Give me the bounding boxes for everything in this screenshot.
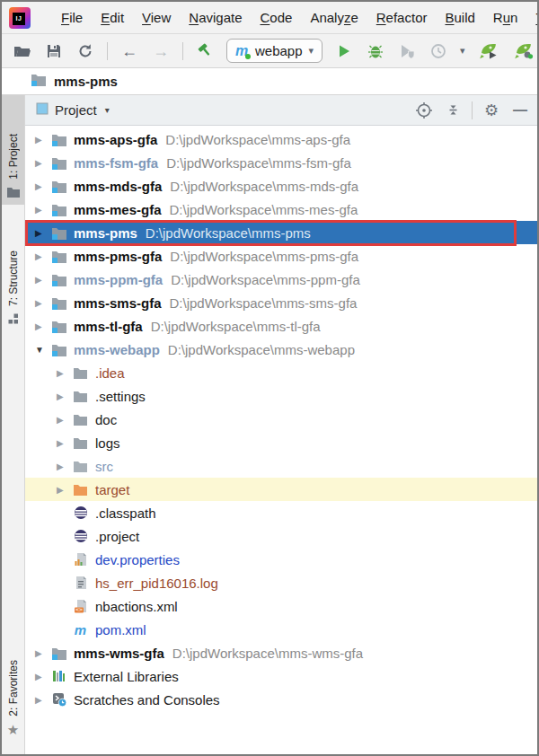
open-folder-icon[interactable] [13, 40, 32, 62]
tree-item-label: hs_err_pid16016.log [95, 576, 218, 591]
run-icon[interactable] [334, 40, 354, 62]
tree-row-external-libraries[interactable]: ▶ External Libraries [25, 664, 537, 688]
project-tool-window: Project ▾ ⚙ — ▶ [25, 95, 537, 754]
module-folder-icon [50, 179, 67, 194]
chevron-right-icon[interactable]: ▶ [32, 298, 50, 308]
menu-tools[interactable]: Tools [535, 10, 537, 25]
tree-item-label: mms-sms-gfa [74, 295, 162, 311]
chevron-right-icon[interactable]: ▶ [32, 158, 50, 168]
breadcrumb[interactable]: mms-pms [54, 74, 118, 89]
module-folder-icon [50, 272, 67, 287]
sync-refresh-icon[interactable] [75, 40, 95, 62]
module-folder-icon [50, 249, 67, 264]
tree-item-label: mms-wms-gfa [74, 646, 164, 661]
rocket-debug-icon[interactable] [512, 40, 535, 62]
chevron-down-icon[interactable]: ▾ [460, 45, 465, 57]
chevron-right-icon[interactable]: ▶ [32, 275, 50, 285]
tree-row-mms-pms-gfa[interactable]: ▶ mms-pms-gfa D:\jpdWorkspace\mms-pms-gf… [25, 244, 537, 268]
tree-row-scratches[interactable]: ▶ Scratches and Consoles [25, 688, 537, 711]
build-hammer-icon[interactable] [195, 40, 215, 62]
tree-item-label: mms-aps-gfa [74, 132, 157, 147]
toolbar-separator [182, 42, 183, 60]
panel-title[interactable]: Project [55, 102, 97, 118]
chevron-right-icon[interactable]: ▶ [54, 415, 72, 425]
chevron-right-icon[interactable]: ▶ [32, 251, 50, 261]
chevron-right-icon[interactable]: ▶ [32, 648, 50, 658]
chevron-right-icon[interactable]: ▶ [32, 205, 50, 215]
menu-edit[interactable]: Edit [101, 10, 124, 25]
tree-row-mms-aps-gfa[interactable]: ▶ mms-aps-gfa D:\jpdWorkspace\mms-aps-gf… [25, 127, 537, 151]
tree-row-nbactions-xml[interactable]: <> nbactions.xml [25, 594, 537, 618]
chevron-right-icon[interactable]: ▶ [32, 228, 50, 238]
chevron-right-icon[interactable]: ▶ [32, 672, 50, 681]
tree-row-mms-ppm-gfa[interactable]: ▶ mms-ppm-gfa D:\jpdWorkspace\mms-ppm-gf… [25, 268, 537, 291]
tree-row-logs[interactable]: ▶ logs [25, 431, 537, 454]
debug-bug-icon[interactable] [366, 40, 385, 62]
intellij-logo-icon: IJ [9, 7, 31, 29]
tree-row-dev-properties[interactable]: dev.properties [25, 548, 537, 571]
sidebar-tab-structure[interactable]: 7: Structure [2, 210, 24, 331]
tree-row-project-file[interactable]: .project [25, 524, 537, 548]
tree-row-doc[interactable]: ▶ doc [25, 408, 537, 431]
menu-navigate[interactable]: Navigate [189, 10, 242, 25]
tree-row-hs-err-log[interactable]: hs_err_pid16016.log [25, 571, 537, 594]
eclipse-file-icon [72, 505, 89, 521]
chevron-right-icon[interactable]: ▶ [54, 368, 72, 378]
tree-item-label: mms-tl-gfa [74, 319, 143, 334]
folder-icon [72, 412, 89, 427]
chevron-right-icon[interactable]: ▶ [54, 462, 72, 471]
tree-item-path: D:\jpdWorkspace\mms-fsm-gfa [166, 155, 351, 171]
hide-panel-icon[interactable]: — [510, 101, 530, 120]
tree-row-pom-xml[interactable]: m pom.xml [25, 618, 537, 641]
chevron-down-icon[interactable]: ▾ [105, 105, 110, 115]
collapse-all-icon[interactable] [443, 101, 463, 120]
tree-row-mms-fsm-gfa[interactable]: ▶ mms-fsm-gfa D:\jpdWorkspace\mms-fsm-gf… [25, 151, 537, 174]
menu-run[interactable]: Run [493, 10, 518, 25]
chevron-right-icon[interactable]: ▶ [32, 181, 50, 191]
tree-row-target[interactable]: ▶ target [25, 478, 537, 501]
sidebar-tab-project[interactable]: 1: Project [2, 95, 24, 205]
back-arrow-icon[interactable]: ← [119, 40, 139, 62]
tree-row-idea[interactable]: ▶ .idea [25, 361, 537, 384]
menu-file[interactable]: File [61, 10, 83, 25]
chevron-right-icon[interactable]: ▶ [54, 485, 72, 495]
chevron-right-icon[interactable]: ▶ [32, 695, 50, 705]
tree-row-mms-mds-gfa[interactable]: ▶ mms-mds-gfa D:\jpdWorkspace\mms-mds-gf… [25, 174, 537, 198]
tree-item-label: mms-pms-gfa [74, 249, 162, 264]
chevron-right-icon[interactable]: ▶ [54, 438, 72, 448]
locate-file-icon[interactable] [414, 101, 434, 120]
menu-code[interactable]: Code [261, 10, 293, 25]
panel-header-separator [472, 101, 473, 119]
sidebar-tab-favorites[interactable]: 2: Favorites ★ [2, 627, 24, 742]
tree-row-mms-webapp[interactable]: ▼ mms-webapp D:\jpdWorkspace\mms-webapp [25, 338, 537, 361]
tree-row-settings[interactable]: ▶ .settings [25, 384, 537, 408]
tree-row-mms-pms-selected[interactable]: ▶ mms-pms D:\jpdWorkspace\mms-pms [25, 221, 537, 244]
tree-row-classpath[interactable]: .classpath [25, 501, 537, 524]
star-icon: ★ [7, 722, 19, 738]
chevron-right-icon[interactable]: ▶ [32, 321, 50, 331]
tree-item-label: logs [95, 435, 120, 451]
tree-item-path: D:\jpdWorkspace\mms-pms-gfa [170, 249, 358, 264]
tree-item-path: D:\jpdWorkspace\mms-ppm-gfa [171, 272, 360, 287]
chevron-right-icon[interactable]: ▶ [32, 135, 50, 145]
tree-item-label: Scratches and Consoles [74, 692, 220, 708]
tree-row-mms-tl-gfa[interactable]: ▶ mms-tl-gfa D:\jpdWorkspace\mms-tl-gfa [25, 314, 537, 338]
menu-build[interactable]: Build [445, 10, 474, 25]
tree-item-label: dev.properties [95, 552, 180, 567]
gear-icon[interactable]: ⚙ [482, 101, 501, 120]
tree-item-label: .project [95, 529, 139, 544]
tree-row-mms-mes-gfa[interactable]: ▶ mms-mes-gfa D:\jpdWorkspace\mms-mes-gf… [25, 198, 537, 221]
menu-refactor[interactable]: Refactor [376, 10, 428, 25]
chevron-down-icon[interactable]: ▼ [32, 345, 50, 355]
tree-row-src[interactable]: ▶ src [25, 454, 537, 478]
sidebar-tab-project-label: 1: Project [7, 134, 20, 180]
save-icon[interactable] [44, 40, 64, 62]
tree-row-mms-wms-gfa[interactable]: ▶ mms-wms-gfa D:\jpdWorkspace\mms-wms-gf… [25, 641, 537, 664]
navigation-bar: mms-pms [2, 68, 537, 95]
menu-view[interactable]: View [142, 10, 171, 25]
rocket-run-icon[interactable] [477, 40, 500, 62]
tree-row-mms-sms-gfa[interactable]: ▶ mms-sms-gfa D:\jpdWorkspace\mms-sms-gf… [25, 291, 537, 314]
menu-analyze[interactable]: Analyze [310, 10, 358, 25]
chevron-right-icon[interactable]: ▶ [54, 391, 72, 401]
run-configuration-select[interactable]: m webapp ▾ [226, 39, 323, 63]
